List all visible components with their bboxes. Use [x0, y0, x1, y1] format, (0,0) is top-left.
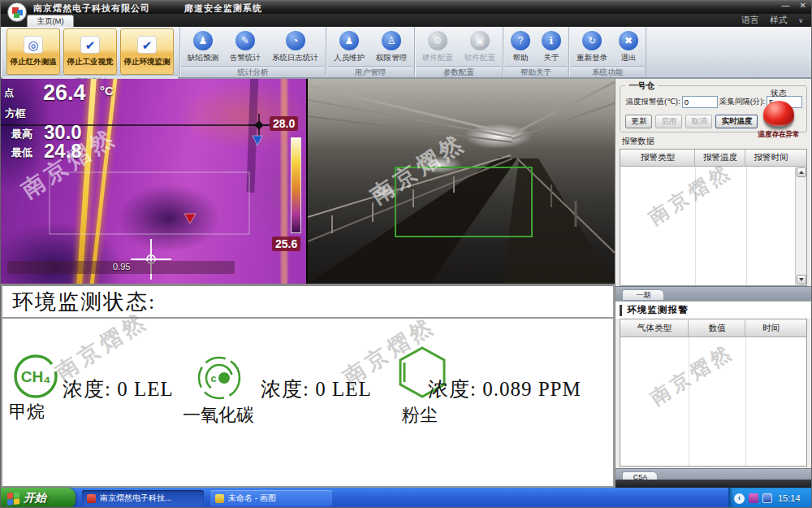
tab-row: 主页(M) 语言 样式 ∨ — [1, 14, 811, 27]
accent-bar — [620, 305, 622, 316]
group-label: 用户管理 — [328, 66, 412, 76]
alarm-stats-button[interactable]: ✎ 告警统计 — [227, 30, 263, 64]
check-icon: ✔ — [137, 36, 157, 54]
warehouse-groupbox: 一号仓 温度报警值(℃): 采集间隔(分): 更新 启用 取消 实时温度 — [620, 85, 807, 132]
menu-style[interactable]: 样式 — [770, 15, 787, 26]
person-icon: ♟ — [193, 31, 213, 50]
emissivity-value: 0.95 — [113, 262, 130, 271]
env-alarm-title: 环境监测报警 — [627, 304, 688, 316]
about-button[interactable]: ℹ 关于 — [539, 30, 564, 64]
ribbon-group-users: ♟ 人员维护 ♙ 权限管理 用户管理 — [326, 27, 415, 77]
software-config-button: ▣ 软件配置 — [462, 30, 498, 64]
ribbon-toolbar: ◎ 停止红外测温 ✔ 停止工业视觉 ✔ 停止环境监测 监测控制 ♟ 缺陷预测 — [1, 27, 811, 79]
groupbox-title: 一号仓 — [625, 80, 658, 92]
ribbon-group-monitor-control: ◎ 停止红外测温 ✔ 停止工业视觉 ✔ 停止环境监测 监测控制 — [1, 27, 180, 77]
ribbon-group-statistics: ♟ 缺陷预测 ✎ 告警统计 ◔ 系统日志统计 统计分析 — [180, 27, 326, 77]
start-button[interactable]: 开始 — [1, 488, 76, 508]
col-gas-time: 时间 — [745, 320, 796, 336]
alarm-table-scrollbar[interactable] — [795, 167, 806, 285]
relogin-icon: ↻ — [582, 31, 602, 50]
hardware-config-button: ⚙ 硬件配置 — [420, 30, 456, 64]
help-button[interactable]: ? 帮助 — [508, 30, 533, 64]
ch4-gas-icon: CH₄ — [12, 353, 59, 400]
gear-icon: ⚙ — [428, 31, 447, 50]
group-label: 帮助关于 — [505, 66, 567, 76]
alarm-table-body: 南京熠然 — [620, 167, 806, 285]
tab-phase-1[interactable]: 一期 — [622, 289, 664, 301]
sensor-reading-methane: 浓度: 0 LEL — [63, 376, 174, 402]
group-label: 参数配置 — [417, 66, 501, 76]
update-button[interactable]: 更新 — [625, 115, 652, 128]
circle-icon: ◎ — [24, 36, 43, 54]
permission-button[interactable]: ♙ 权限管理 — [374, 30, 409, 64]
group-label: 统计分析 — [182, 66, 324, 76]
scroll-down-icon[interactable] — [797, 275, 806, 284]
tray-icon-1[interactable] — [749, 493, 758, 503]
key-icon: ♙ — [382, 31, 401, 50]
system-tray: ‹ 15:14 — [728, 488, 811, 508]
scale-low-value: 25.6 — [272, 237, 300, 251]
chevron-down-icon[interactable]: ∨ — [798, 17, 803, 24]
minimize-button[interactable]: — — [782, 1, 790, 10]
col-alarm-time: 报警时间 — [745, 150, 796, 166]
stop-vision-button[interactable]: ✔ 停止工业视觉 — [63, 28, 117, 75]
close-button[interactable]: ✕ — [800, 1, 806, 10]
alarm-table: 报警类型 报警温度 报警时间 南京熠然 — [620, 149, 807, 286]
defect-predict-button[interactable]: ♟ 缺陷预测 — [185, 30, 221, 64]
windows-logo-icon — [7, 492, 19, 506]
ribbon-group-system: ↻ 重新登录 ✖ 退出 系统功能 — [569, 27, 646, 77]
tray-chevron-icon[interactable]: ‹ — [734, 493, 745, 504]
watermark: 南京熠然 — [644, 158, 737, 231]
taskbar: 开始 南京熠然电子科技... 未命名 - 画图 ‹ 15:14 — [1, 488, 811, 508]
sensor-name-dust: 粉尘 — [402, 403, 438, 428]
globe-icon: ◔ — [286, 31, 305, 50]
min-temperature: 24.8 — [44, 140, 82, 163]
co-gas-icon: c — [196, 354, 243, 402]
menu-language[interactable]: 语言 — [741, 15, 758, 26]
phase-tab-strip: 一期 — [615, 286, 811, 301]
environment-status-title: 环境监测状态: — [2, 286, 613, 319]
enable-button: 启用 — [655, 115, 682, 128]
cancel-button: 取消 — [685, 115, 712, 128]
env-alarm-table-body: 南京熠然 — [620, 337, 806, 466]
app-logo-icon — [7, 2, 27, 22]
paint-task-icon — [215, 494, 224, 503]
environment-status-panel: 环境监测状态: CH₄ 甲烷 浓度: 0 LEL c 一氧化碳 — [1, 284, 615, 488]
check-icon: ✔ — [80, 36, 100, 54]
person-icon: ♟ — [339, 31, 359, 50]
tray-icon-2[interactable] — [762, 493, 772, 503]
stop-env-monitor-button[interactable]: ✔ 停止环境监测 — [120, 28, 174, 75]
realtime-temp-button[interactable]: 实时温度 — [715, 115, 758, 128]
env-alarm-table: 气体类型 数值 时间 南京熠然 — [620, 319, 807, 467]
env-alarm-header: 环境监测报警 — [615, 301, 811, 319]
personnel-button[interactable]: ♟ 人员维护 — [331, 30, 367, 64]
thermal-camera-view: 点 26.4 °C 方框 最高 30.0 最低 24.8 28.0 25.6 0… — [1, 79, 308, 284]
alarm-temp-input[interactable] — [682, 96, 718, 108]
cctv-camera-view: 南京熠然 — [308, 79, 615, 284]
stop-infrared-button[interactable]: ◎ 停止红外测温 — [6, 28, 60, 75]
taskbar-task-monitor-app[interactable]: 南京熠然电子科技... — [82, 490, 204, 506]
scroll-up-icon[interactable] — [797, 167, 806, 177]
status-warning-text: 温度存在异常 — [758, 130, 800, 140]
watermark: 南京熠然 — [50, 306, 153, 387]
scale-high-value: 28.0 — [270, 116, 298, 131]
monitor-icon: ▣ — [470, 31, 490, 50]
tab-home[interactable]: 主页(M) — [27, 15, 74, 27]
col-gas-type: 气体类型 — [620, 320, 689, 336]
col-alarm-temp: 报警温度 — [695, 150, 745, 166]
sensor-name-co: 一氧化碳 — [183, 403, 254, 428]
status-label: 状态 — [758, 88, 800, 99]
syslog-stats-button[interactable]: ◔ 系统日志统计 — [270, 30, 321, 64]
alarm-beacon-icon — [763, 101, 794, 128]
title-bar: 南京熠然电子科技有限公司 廊道安全监测系统 — ✕ — [1, 1, 811, 14]
question-icon: ? — [511, 31, 530, 50]
taskbar-task-paint[interactable]: 未命名 - 画图 — [210, 490, 332, 506]
ribbon-group-params: ⚙ 硬件配置 ▣ 软件配置 参数配置 — [415, 27, 503, 77]
panel-bottom-strip — [615, 480, 811, 488]
exit-button[interactable]: ✖ 退出 — [616, 30, 641, 64]
pencil-icon: ✎ — [235, 31, 255, 50]
col-gas-value: 数值 — [689, 320, 745, 336]
relogin-button[interactable]: ↻ 重新登录 — [574, 30, 610, 64]
box-label: 方框 — [5, 106, 26, 121]
sensor-reading-dust: 浓度: 0.089 PPM — [428, 376, 581, 402]
